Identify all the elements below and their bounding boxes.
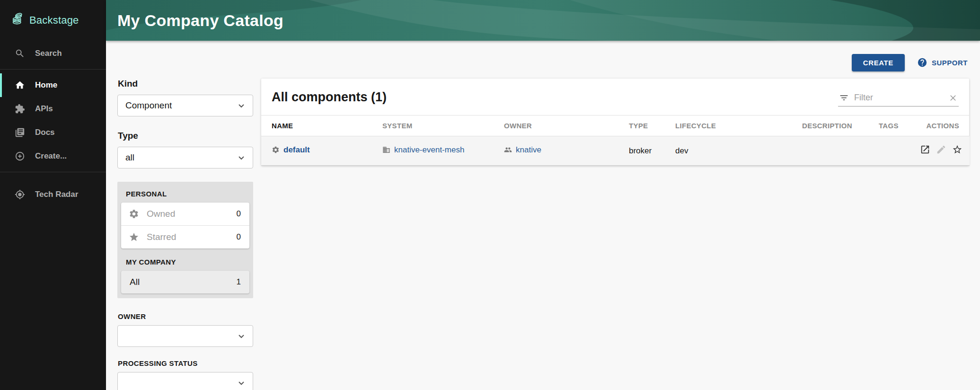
search-icon (14, 48, 26, 59)
sidebar: Backstage Search Home APIs Docs (0, 0, 106, 390)
name-link-text: default (283, 145, 310, 155)
column-header-owner[interactable]: OWNER (504, 115, 629, 136)
plus-circle-icon (14, 151, 26, 162)
table-title: All components (1) (272, 90, 387, 105)
table-filter-field (838, 91, 959, 106)
type-select[interactable]: all (117, 147, 253, 168)
docs-icon (14, 127, 26, 138)
system-link-text: knative-event-mesh (394, 145, 464, 155)
sidebar-item-create[interactable]: Create... (0, 144, 106, 168)
page-title: My Company Catalog (117, 11, 283, 30)
table-card-header: All components (1) (261, 79, 969, 115)
gear-icon (129, 209, 139, 219)
type-cell: broker (629, 136, 675, 166)
starred-count: 0 (237, 232, 241, 242)
kind-select[interactable]: Component (117, 95, 253, 116)
owned-filter-item[interactable]: Owned 0 (121, 203, 249, 225)
group-icon (504, 146, 512, 154)
sidebar-item-tech-radar[interactable]: Tech Radar (0, 183, 106, 206)
components-table-card: All components (1) (261, 79, 969, 166)
spacer (117, 298, 253, 312)
sidebar-item-label: Search (35, 49, 62, 58)
backstage-logo[interactable]: Backstage (0, 0, 106, 42)
create-button[interactable]: CREATE (852, 54, 905, 71)
page-header: My Company Catalog (106, 0, 980, 41)
sidebar-item-label: Create... (35, 151, 67, 161)
sidebar-item-label: Home (35, 80, 57, 90)
system-cell: knative-event-mesh (382, 136, 504, 166)
home-icon (14, 80, 26, 91)
backstage-app: Backstage Search Home APIs Docs (0, 0, 980, 390)
puzzle-icon (14, 103, 26, 115)
sidebar-item-search[interactable]: Search (0, 42, 106, 65)
components-table: NAME SYSTEM OWNER TYPE LIFECYCLE DESCRIP… (261, 115, 970, 166)
sidebar-item-docs[interactable]: Docs (0, 121, 106, 144)
name-cell: default (261, 136, 382, 166)
sidebar-item-label: Docs (35, 128, 55, 137)
all-filter-label: All (130, 277, 237, 287)
star-outline-icon[interactable] (952, 144, 962, 155)
open-in-new-icon[interactable] (920, 144, 930, 155)
owner-section-header: OWNER (118, 312, 253, 320)
backstage-logo-text: Backstage (29, 14, 79, 27)
processing-status-section-header: PROCESSING STATUS (118, 359, 253, 367)
sidebar-divider (0, 69, 106, 70)
kind-label: Kind (118, 79, 253, 89)
company-section-header: MY COMPANY (121, 248, 249, 271)
edit-icon[interactable] (936, 144, 946, 155)
tags-cell (879, 136, 920, 166)
all-count: 1 (237, 277, 241, 287)
type-select-value: all (125, 152, 134, 163)
all-filter-item[interactable]: All 1 (121, 271, 249, 293)
owned-filter-label: Owned (147, 209, 237, 219)
entity-link-default[interactable]: default (272, 145, 310, 155)
column-header-tags[interactable]: TAGS (879, 115, 920, 136)
sidebar-divider (0, 172, 106, 172)
help-icon (917, 57, 927, 68)
sidebar-item-label: APIs (35, 104, 53, 114)
actions-cell (920, 136, 970, 166)
spacer (117, 347, 253, 359)
component-kind-icon (272, 146, 280, 154)
lifecycle-cell: dev (675, 136, 802, 166)
sidebar-item-home[interactable]: Home (0, 73, 106, 97)
column-header-system[interactable]: SYSTEM (382, 115, 504, 136)
owner-select[interactable] (117, 325, 253, 347)
table-filter-input[interactable] (854, 93, 948, 103)
toolbar: CREATE SUPPORT (106, 41, 980, 72)
entity-picker-card: PERSONAL Owned 0 (117, 182, 253, 298)
table-header-row: NAME SYSTEM OWNER TYPE LIFECYCLE DESCRIP… (261, 115, 970, 136)
system-link[interactable]: knative-event-mesh (382, 145, 464, 155)
clear-filter-icon[interactable] (948, 93, 958, 103)
star-icon (129, 232, 139, 242)
table-row: default knative-event-mesh (261, 136, 970, 166)
sidebar-spacer (0, 176, 106, 183)
owner-cell: knative (504, 136, 629, 166)
radar-icon (14, 189, 26, 200)
support-button[interactable]: SUPPORT (917, 57, 968, 68)
owner-link-text: knative (516, 145, 541, 155)
column-header-description[interactable]: DESCRIPTION (802, 115, 879, 136)
owned-count: 0 (237, 209, 241, 219)
processing-status-select[interactable] (117, 372, 253, 390)
owner-link[interactable]: knative (504, 145, 541, 155)
column-header-name[interactable]: NAME (261, 115, 382, 136)
kind-select-value: Component (125, 100, 172, 111)
sidebar-item-label: Tech Radar (35, 190, 78, 199)
system-building-icon (382, 146, 390, 154)
chevron-down-icon (236, 377, 247, 389)
starred-filter-item[interactable]: Starred 0 (121, 226, 249, 248)
starred-filter-label: Starred (147, 232, 237, 242)
main-area: My Company Catalog CREATE SUPPORT Kind C… (106, 0, 980, 390)
filters-panel: Kind Component Type all (117, 79, 253, 390)
chevron-down-icon (236, 100, 247, 111)
spacer (117, 116, 253, 131)
type-label: Type (118, 131, 253, 141)
description-cell (802, 136, 879, 166)
chevron-down-icon (236, 330, 247, 342)
support-label: SUPPORT (932, 59, 968, 67)
filter-list-icon (839, 93, 849, 103)
sidebar-item-apis[interactable]: APIs (0, 97, 106, 121)
column-header-type[interactable]: TYPE (629, 115, 675, 136)
column-header-lifecycle[interactable]: LIFECYCLE (675, 115, 802, 136)
